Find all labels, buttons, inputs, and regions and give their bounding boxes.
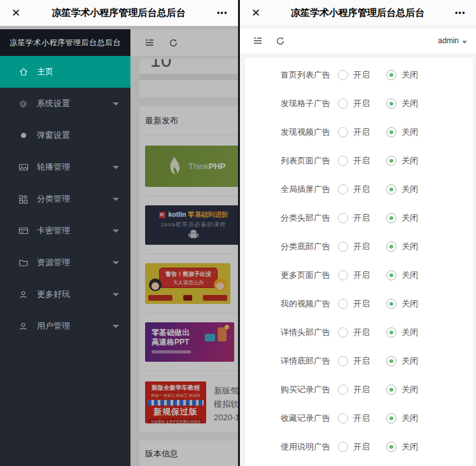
radio-on[interactable] (338, 327, 348, 338)
radio-off-label[interactable]: 关闭 (402, 127, 418, 138)
sidebar-item-3[interactable]: 轮播管理 (0, 151, 130, 183)
option-off: 关闭 (386, 98, 418, 109)
radio-on[interactable] (338, 156, 348, 166)
radio-on[interactable] (338, 356, 348, 366)
radio-off-label[interactable]: 关闭 (402, 270, 418, 281)
radio-on-label[interactable]: 开启 (353, 212, 370, 224)
setting-label: 详情头部广告 (281, 327, 338, 338)
radio-on-label[interactable]: 开启 (353, 384, 370, 395)
option-off: 关闭 (386, 69, 418, 81)
folder-icon (18, 257, 29, 268)
chevron-down-icon (113, 198, 119, 201)
radio-off[interactable] (386, 299, 396, 309)
radio-off-label[interactable]: 关闭 (402, 441, 418, 453)
sidebar-collapse-icon[interactable] (253, 36, 263, 46)
radio-off-label[interactable]: 关闭 (402, 298, 418, 310)
radio-on-label[interactable]: 开启 (353, 355, 370, 367)
radio-off[interactable] (386, 127, 396, 137)
sidebar-item-0[interactable]: 主页 (0, 56, 130, 88)
radio-off[interactable] (386, 413, 396, 423)
radio-off[interactable] (386, 327, 396, 338)
card-icon (18, 226, 29, 236)
option-on: 开启 (338, 413, 370, 424)
radio-off-label[interactable]: 关闭 (402, 241, 418, 252)
sidebar-item-7[interactable]: 更多好玩 (0, 278, 130, 310)
sidebar-item-label: 资源管理 (37, 257, 70, 268)
radio-off[interactable] (386, 385, 396, 395)
radio-on-label[interactable]: 开启 (353, 127, 370, 138)
radio-off[interactable] (386, 356, 396, 366)
radio-off[interactable] (386, 442, 396, 452)
sidebar: 凉笙学术小程序管理后台总后台 主页系统设置弹窗设置轮播管理分类管理卡密管理资源管… (0, 29, 130, 466)
radio-on[interactable] (338, 99, 348, 109)
user-dropdown[interactable]: admin (438, 36, 467, 45)
radio-on[interactable] (338, 442, 348, 452)
radio-off[interactable] (386, 70, 396, 80)
option-on: 开启 (338, 69, 370, 81)
option-off: 关闭 (386, 155, 418, 167)
radio-on[interactable] (338, 70, 348, 80)
radio-on[interactable] (338, 413, 348, 423)
page-title: 凉笙学术小程序管理后台总后台 (20, 7, 217, 19)
radio-off[interactable] (386, 184, 396, 195)
more-menu-icon[interactable]: ••• (217, 8, 228, 17)
radio-off[interactable] (386, 242, 396, 252)
radio-off-label[interactable]: 关闭 (402, 355, 418, 367)
radio-on[interactable] (338, 299, 348, 309)
radio-on-label[interactable]: 开启 (353, 98, 370, 109)
setting-label: 发现格子广告 (281, 98, 338, 109)
radio-off-label[interactable]: 关闭 (402, 69, 418, 81)
radio-off-label[interactable]: 关闭 (402, 384, 418, 395)
option-off: 关闭 (386, 327, 418, 338)
radio-off-label[interactable]: 关闭 (402, 212, 418, 224)
sidebar-item-1[interactable]: 系统设置 (0, 88, 130, 120)
sidebar-item-8[interactable]: 用户管理 (0, 310, 130, 342)
radio-off[interactable] (386, 270, 396, 280)
option-on: 开启 (338, 241, 370, 252)
radio-on-label[interactable]: 开启 (353, 327, 370, 338)
sidebar-item-6[interactable]: 资源管理 (0, 247, 130, 278)
radio-on-label[interactable]: 开启 (353, 184, 370, 195)
close-icon[interactable]: ✕ (11, 8, 20, 18)
refresh-icon[interactable] (276, 36, 285, 46)
radio-on[interactable] (338, 242, 348, 252)
radio-off-label[interactable]: 关闭 (402, 98, 418, 109)
content-toolbar: admin (240, 29, 476, 53)
close-icon[interactable]: ✕ (251, 8, 260, 18)
radio-off-label[interactable]: 关闭 (402, 327, 418, 338)
sidebar-item-label: 轮播管理 (37, 161, 70, 173)
radio-on-label[interactable]: 开启 (353, 270, 370, 281)
radio-on-label[interactable]: 开启 (353, 441, 370, 453)
ad-setting-row: 我的视频广告 开启 关闭 (245, 289, 473, 318)
setting-label: 分类头部广告 (281, 212, 338, 224)
person-icon (18, 321, 29, 332)
radio-off[interactable] (386, 156, 396, 166)
radio-off-label[interactable]: 关闭 (402, 413, 418, 424)
radio-on-label[interactable]: 开启 (353, 69, 370, 81)
radio-on[interactable] (338, 385, 348, 395)
page-title: 凉笙学术小程序管理后台总后台 (260, 7, 455, 19)
radio-on[interactable] (338, 213, 348, 223)
setting-label: 使用说明广告 (281, 441, 338, 453)
option-on: 开启 (338, 327, 370, 338)
radio-on-label[interactable]: 开启 (353, 413, 370, 424)
radio-on[interactable] (338, 184, 348, 195)
setting-label: 更多页面广告 (281, 270, 338, 281)
radio-on-label[interactable]: 开启 (353, 155, 370, 167)
chevron-down-icon (462, 41, 467, 44)
sidebar-item-5[interactable]: 卡密管理 (0, 215, 130, 247)
ad-setting-row: 更多页面广告 开启 关闭 (245, 261, 473, 289)
setting-label: 发现视频广告 (281, 127, 338, 138)
radio-off[interactable] (386, 99, 396, 109)
radio-off-label[interactable]: 关闭 (402, 184, 418, 195)
more-menu-icon[interactable]: ••• (455, 8, 466, 17)
sidebar-item-4[interactable]: 分类管理 (0, 183, 130, 215)
radio-off[interactable] (386, 213, 396, 223)
radio-off-label[interactable]: 关闭 (402, 155, 418, 167)
sidebar-item-2[interactable]: 弹窗设置 (0, 120, 130, 151)
radio-on-label[interactable]: 开启 (353, 298, 370, 310)
radio-on-label[interactable]: 开启 (353, 241, 370, 252)
setting-label: 收藏记录广告 (281, 413, 338, 424)
radio-on[interactable] (338, 127, 348, 137)
radio-on[interactable] (338, 270, 348, 280)
